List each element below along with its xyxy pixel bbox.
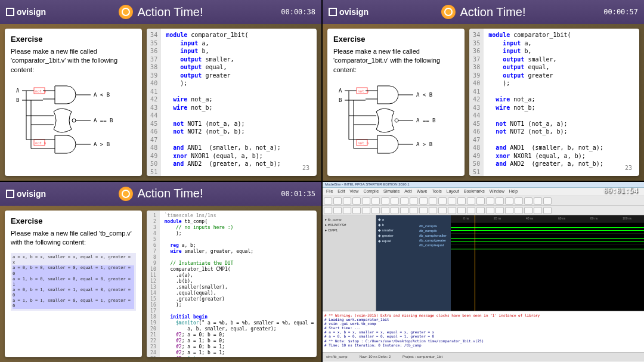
- menu-item[interactable]: Layout: [447, 189, 459, 194]
- wave-cursor[interactable]: [475, 215, 475, 311]
- toolbar-button[interactable]: [362, 207, 370, 214]
- toolbar-button[interactable]: [343, 197, 351, 205]
- logo-icon: [329, 8, 337, 16]
- toolbar-button[interactable]: [381, 207, 389, 214]
- toolbar-button[interactable]: [515, 207, 523, 214]
- toolbar-button[interactable]: [429, 197, 437, 205]
- svg-text:B: B: [339, 97, 342, 103]
- wave-signal[interactable]: /tb_comp/equal: [419, 243, 450, 247]
- toolbar-button[interactable]: [419, 207, 428, 214]
- toolbar-button[interactable]: [429, 207, 437, 214]
- tree-item[interactable]: ▸ CMP1: [324, 227, 374, 233]
- object-item[interactable]: ◆ a: [377, 216, 417, 222]
- menu-item[interactable]: Wave: [417, 189, 428, 194]
- toolbar-button[interactable]: [391, 207, 399, 214]
- tree-item[interactable]: ▸ tb_comp: [324, 216, 374, 222]
- menu-item[interactable]: File: [326, 189, 333, 194]
- svg-point-10: [72, 119, 76, 122]
- logic-diagram: A B not_a A < B: [11, 81, 136, 157]
- toolbar-button[interactable]: [333, 207, 342, 214]
- exercise-text: Please make a new file called 'tb_comp.v…: [11, 229, 136, 247]
- objects-pane[interactable]: ◆ a◆ b◆ smaller◆ greater◆ equal: [376, 215, 418, 311]
- toolbar-button[interactable]: [410, 197, 418, 205]
- toolbar-button[interactable]: [352, 207, 361, 214]
- toolbar-button[interactable]: [333, 197, 342, 205]
- wave-signal-list[interactable]: /tb_comp/a/tb_comp/b/tb_comp/smaller/tb_…: [418, 215, 451, 311]
- toolbar-button[interactable]: [476, 197, 485, 205]
- menu-item[interactable]: Window: [490, 189, 504, 194]
- menu-item[interactable]: Simulate: [383, 189, 400, 194]
- toolbar-button[interactable]: [362, 197, 370, 205]
- menu-item[interactable]: View: [349, 189, 358, 194]
- exercise-card: Exercise Please make a new file called '…: [5, 29, 142, 176]
- toolbar-button[interactable]: [467, 197, 475, 205]
- object-item[interactable]: ◆ smaller: [377, 227, 417, 233]
- wave-signal[interactable]: /tb_comp/a: [419, 224, 450, 228]
- code-editor[interactable]: 34353637383940414243444546474849505152 m…: [147, 29, 317, 176]
- toolbar-button[interactable]: [419, 197, 428, 205]
- object-item[interactable]: ◆ equal: [377, 238, 417, 243]
- toolbar-button[interactable]: [410, 207, 418, 214]
- toolbar-button[interactable]: [486, 207, 494, 214]
- toolbar-button[interactable]: [400, 197, 408, 205]
- object-item[interactable]: ◆ b: [377, 222, 417, 227]
- slide-title: Action Time!: [118, 187, 203, 201]
- toolbar-button[interactable]: [371, 207, 380, 214]
- toolbar-button[interactable]: [324, 207, 332, 214]
- wave-signal[interactable]: /tb_comp/b: [419, 228, 450, 233]
- code-editor[interactable]: 34353637383940414243444546474849505152 m…: [469, 29, 639, 176]
- object-item[interactable]: ◆ greater: [377, 233, 417, 238]
- menu-item[interactable]: Help: [509, 189, 518, 194]
- wave-signal[interactable]: /tb_comp/smaller: [419, 233, 450, 238]
- status-bar: sim:/tb_comp Now: 10 ns Delta: 2 Project…: [323, 352, 644, 361]
- toolbar-button[interactable]: [457, 197, 466, 205]
- code-content[interactable]: `timescale 1ns/1nsmodule tb_comp( // no …: [160, 211, 317, 358]
- toolbar-button[interactable]: [496, 197, 504, 205]
- toolbar-button[interactable]: [352, 197, 361, 205]
- toolbar-button[interactable]: [524, 207, 532, 214]
- toolbar-button[interactable]: [448, 207, 456, 214]
- menu-item[interactable]: Compile: [363, 189, 379, 194]
- toolbar-button[interactable]: [438, 207, 447, 214]
- toolbar-button[interactable]: [524, 197, 532, 205]
- toolbar-button[interactable]: [505, 197, 513, 205]
- menu-item[interactable]: Edit: [338, 189, 345, 194]
- tree-item[interactable]: ▸ #ALWAYS#: [324, 222, 374, 227]
- toolbar-button[interactable]: [505, 207, 513, 214]
- wave-pane[interactable]: /tb_comp/a/tb_comp/b/tb_comp/smaller/tb_…: [418, 215, 644, 311]
- toolbar-button[interactable]: [381, 197, 389, 205]
- toolbar-button[interactable]: [343, 207, 351, 214]
- menu-item[interactable]: Tools: [432, 189, 441, 194]
- toolbar-2[interactable]: [323, 206, 644, 215]
- toolbar[interactable]: [323, 196, 644, 206]
- toolbar-button[interactable]: [400, 207, 408, 214]
- timestamp: 00:00:38: [281, 8, 315, 16]
- toolbar-button[interactable]: [543, 207, 552, 214]
- wave-area[interactable]: 0 ns20 ns40 ns60 ns80 ns100 ns: [451, 215, 644, 311]
- toolbar-button[interactable]: [543, 197, 552, 205]
- toolbar-button[interactable]: [486, 197, 494, 205]
- transcript-pane[interactable]: # ** Warning: (vsim-3015) Extra and miss…: [323, 311, 644, 352]
- toolbar-button[interactable]: [515, 197, 523, 205]
- menubar[interactable]: FileEditViewCompileSimulateAddWaveToolsL…: [323, 188, 644, 196]
- menu-item[interactable]: Bookmarks: [464, 189, 485, 194]
- toolbar-button[interactable]: [457, 207, 466, 214]
- toolbar-button[interactable]: [448, 197, 456, 205]
- toolbar-button[interactable]: [438, 197, 447, 205]
- sim-structure-pane[interactable]: ▸ tb_comp▸ #ALWAYS#▸ CMP1: [323, 215, 376, 311]
- toolbar-button[interactable]: [476, 207, 485, 214]
- toolbar-button[interactable]: [467, 207, 475, 214]
- code-editor[interactable]: 1234567891011121314151617181920212223242…: [147, 211, 317, 358]
- toolbar-button[interactable]: [534, 197, 542, 205]
- toolbar-button[interactable]: [391, 197, 399, 205]
- toolbar-button[interactable]: [534, 207, 542, 214]
- svg-text:A: A: [16, 88, 20, 94]
- toolbar-button[interactable]: [496, 207, 504, 214]
- toolbar-button[interactable]: [324, 197, 332, 205]
- menu-item[interactable]: Add: [404, 189, 411, 194]
- wave-signal[interactable]: /tb_comp/greater: [419, 238, 450, 243]
- code-content[interactable]: module comparator_1bit( input a, input b…: [484, 29, 639, 176]
- slide-header: ovisign Action Time! 00:00:57: [323, 0, 644, 24]
- toolbar-button[interactable]: [371, 197, 380, 205]
- code-content[interactable]: module comparator_1bit( input a, input b…: [161, 29, 317, 176]
